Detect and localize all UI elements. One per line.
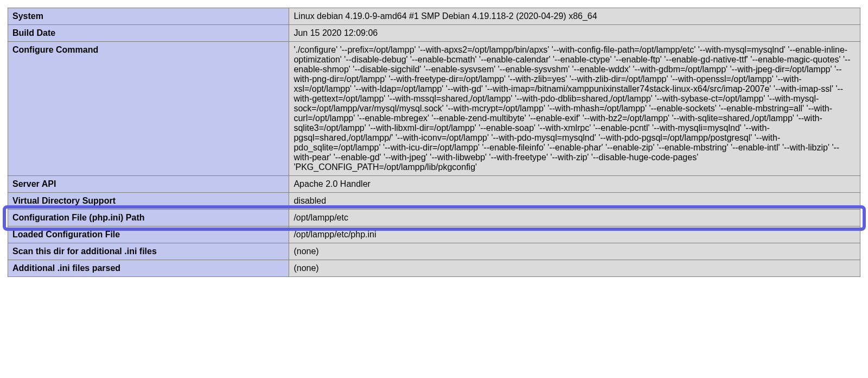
row-value: (none) xyxy=(289,260,860,277)
row-value: (none) xyxy=(289,243,860,260)
row-label: Virtual Directory Support xyxy=(8,193,289,210)
row-label: Server API xyxy=(8,176,289,193)
row-label: Build Date xyxy=(8,25,289,42)
row-value: /opt/lampp/etc xyxy=(289,210,860,226)
table-row: Additional .ini files parsed (none) xyxy=(8,260,860,277)
row-value: /opt/lampp/etc/php.ini xyxy=(289,226,860,243)
row-label: Scan this dir for additional .ini files xyxy=(8,243,289,260)
row-label: Loaded Configuration File xyxy=(8,226,289,243)
row-label: Configuration File (php.ini) Path xyxy=(8,210,289,226)
table-row: Build Date Jun 15 2020 12:09:06 xyxy=(8,25,860,42)
row-value: Jun 15 2020 12:09:06 xyxy=(289,25,860,42)
row-label: Additional .ini files parsed xyxy=(8,260,289,277)
row-label: Configure Command xyxy=(8,42,289,176)
row-value: disabled xyxy=(289,193,860,210)
row-value: './configure' '--prefix=/opt/lampp' '--w… xyxy=(289,42,860,176)
table-row: Scan this dir for additional .ini files … xyxy=(8,243,860,260)
row-value: Apache 2.0 Handler xyxy=(289,176,860,193)
table-row: Configure Command './configure' '--prefi… xyxy=(8,42,860,176)
phpinfo-table-wrapper: System Linux debian 4.19.0-9-amd64 #1 SM… xyxy=(8,8,860,277)
phpinfo-table: System Linux debian 4.19.0-9-amd64 #1 SM… xyxy=(8,8,860,277)
table-row: Loaded Configuration File /opt/lampp/etc… xyxy=(8,226,860,243)
row-value: Linux debian 4.19.0-9-amd64 #1 SMP Debia… xyxy=(289,8,860,25)
table-row: Server API Apache 2.0 Handler xyxy=(8,176,860,193)
table-row: System Linux debian 4.19.0-9-amd64 #1 SM… xyxy=(8,8,860,25)
row-label: System xyxy=(8,8,289,25)
table-row: Virtual Directory Support disabled xyxy=(8,193,860,210)
table-row-highlighted: Configuration File (php.ini) Path /opt/l… xyxy=(8,210,860,226)
